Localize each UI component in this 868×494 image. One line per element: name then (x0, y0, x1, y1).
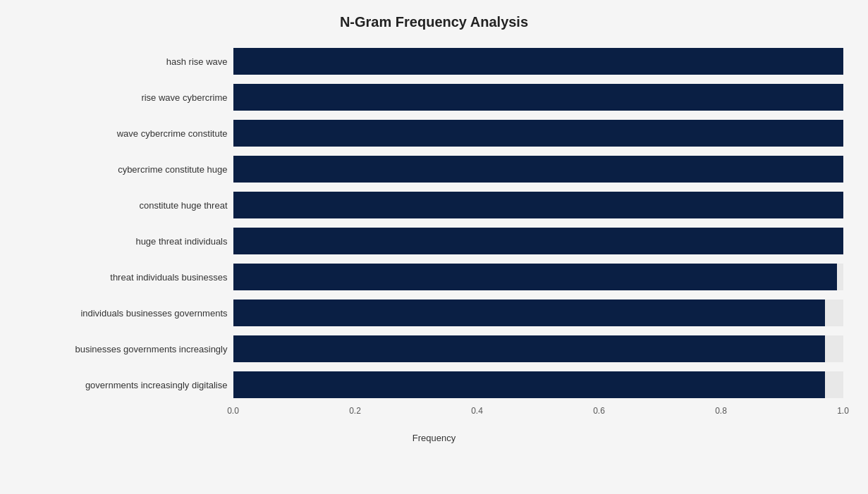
x-axis-labels: 0.00.20.40.60.81.0 (233, 406, 843, 427)
bar-track (233, 300, 843, 326)
bar-track (233, 48, 843, 75)
x-tick: 0.8 (715, 406, 727, 416)
x-axis: 0.00.20.40.60.81.0 (25, 406, 843, 427)
bar-fill (233, 264, 837, 290)
bar-row: individuals businesses governments (25, 296, 843, 330)
bar-track (233, 192, 843, 218)
chart-container: N-Gram Frequency Analysis hash rise wave… (11, 14, 857, 443)
bar-row: cybercrime constitute huge (25, 152, 843, 186)
bar-row: constitute huge threat (25, 188, 843, 222)
x-tick: 0.2 (349, 406, 361, 416)
bar-row: threat individuals businesses (25, 260, 843, 294)
bar-row: hash rise wave (25, 44, 843, 78)
bar-chart: hash rise waverise wave cybercrimewave c… (25, 44, 843, 402)
bar-fill (233, 300, 825, 326)
bar-label: constitute huge threat (25, 200, 233, 211)
bar-label: rise wave cybercrime (25, 92, 233, 103)
bar-fill (233, 335, 825, 362)
bar-label: threat individuals businesses (25, 272, 233, 283)
x-tick: 0.6 (593, 406, 605, 416)
bar-fill (233, 84, 843, 111)
x-tick: 0.0 (227, 406, 239, 416)
bar-row: businesses governments increasingly (25, 332, 843, 366)
bar-label: individuals businesses governments (25, 308, 233, 319)
bar-fill (233, 192, 843, 218)
bar-track (233, 371, 843, 398)
x-tick: 0.4 (471, 406, 483, 416)
x-axis-title: Frequency (25, 433, 843, 443)
bar-track (233, 228, 843, 254)
bar-track (233, 264, 843, 290)
x-tick: 1.0 (837, 406, 849, 416)
bar-fill (233, 228, 843, 254)
bar-fill (233, 371, 825, 398)
bar-row: wave cybercrime constitute (25, 116, 843, 150)
bar-row: governments increasingly digitalise (25, 368, 843, 402)
bar-label: cybercrime constitute huge (25, 164, 233, 175)
bar-fill (233, 120, 843, 147)
bar-label: hash rise wave (25, 56, 233, 67)
bar-fill (233, 156, 843, 183)
bar-track (233, 84, 843, 111)
bar-label: businesses governments increasingly (25, 344, 233, 354)
bar-row: rise wave cybercrime (25, 80, 843, 114)
bar-label: huge threat individuals (25, 236, 233, 247)
bar-label: governments increasingly digitalise (25, 380, 233, 390)
bar-track (233, 156, 843, 183)
chart-title: N-Gram Frequency Analysis (25, 14, 843, 30)
bar-track (233, 120, 843, 147)
bar-fill (233, 48, 843, 75)
bar-track (233, 335, 843, 362)
bar-row: huge threat individuals (25, 224, 843, 258)
bar-label: wave cybercrime constitute (25, 128, 233, 139)
